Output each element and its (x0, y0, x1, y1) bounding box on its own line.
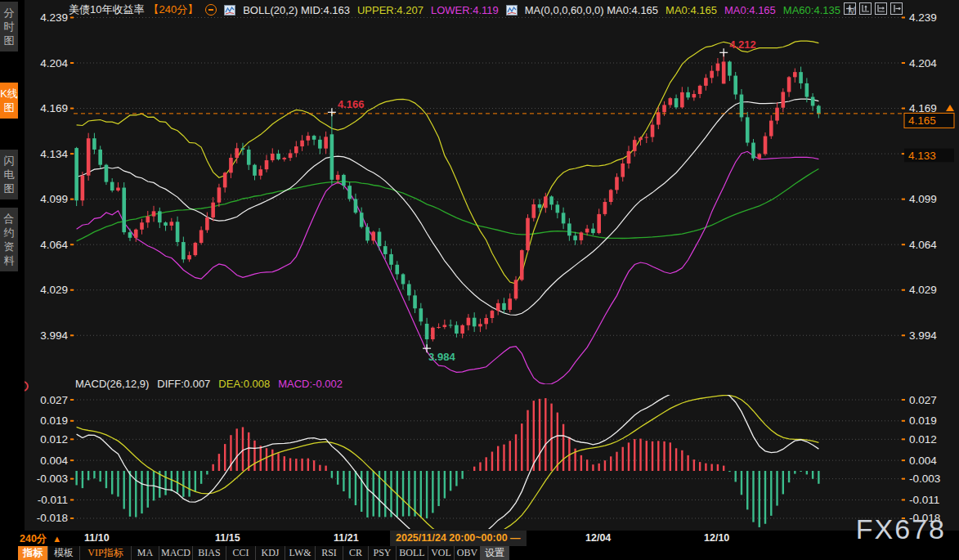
candlestick (164, 222, 168, 226)
bottom-tab-5[interactable]: BIAS (193, 546, 226, 560)
collapse-icon[interactable] (205, 4, 217, 16)
candlestick (98, 150, 102, 165)
candlestick (662, 105, 666, 112)
candlestick (81, 176, 85, 201)
bottom-tab-10[interactable]: CR (343, 546, 369, 560)
candlestick (105, 165, 109, 182)
price-up-arrow-icon (946, 105, 954, 111)
candlestick (627, 151, 631, 164)
chart-toolbar (844, 2, 903, 15)
candlestick (781, 92, 785, 107)
period-selector[interactable]: 240分▲ (20, 532, 61, 546)
candlestick (282, 158, 286, 159)
candlestick (294, 146, 298, 153)
candlestick (633, 140, 637, 151)
candlestick (312, 136, 316, 140)
bottom-tab-15[interactable]: 设置 (481, 546, 509, 560)
candlestick (491, 311, 495, 318)
candlestick (733, 76, 737, 95)
kline-chart[interactable]: 4.2394.2394.2044.2044.1694.1694.1344.134… (25, 0, 959, 531)
candlestick (271, 154, 275, 160)
axis-label: 0.027 (909, 394, 937, 406)
candlestick (152, 211, 156, 216)
bottom-tab-4[interactable]: MACD (159, 546, 193, 560)
candlestick (526, 218, 530, 250)
instrument-title: 美债10年收益率 (69, 2, 144, 17)
candlestick (502, 303, 506, 310)
extreme-price-label: 4.212 (729, 38, 756, 51)
bottom-tab-14[interactable]: OBV (455, 546, 481, 560)
period-label[interactable]: 【240分】 (148, 2, 198, 17)
boll-indicator-icon[interactable] (224, 5, 235, 16)
candlestick (223, 172, 227, 187)
candlestick (122, 188, 126, 233)
axis-label: 0.004 (40, 455, 68, 467)
candlestick (449, 325, 453, 325)
candlestick (187, 255, 191, 259)
sidebar-item-flash[interactable]: 闪电图 (0, 150, 18, 199)
boll-lower-value: LOWER:4.119 (431, 4, 499, 16)
bottom-tab-12[interactable]: BOLL (397, 546, 428, 560)
candlestick (757, 154, 761, 158)
candlestick (520, 250, 524, 280)
candlestick (817, 105, 821, 113)
ma-indicator-icon[interactable] (506, 5, 518, 16)
macd-diff-value: DIFF:0.007 (157, 378, 210, 390)
axis-label: -0.011 (38, 494, 68, 506)
candlestick (639, 137, 643, 140)
candlestick (603, 202, 607, 214)
bottom-tab-0[interactable]: 指标 (18, 546, 48, 560)
candlestick (669, 98, 673, 105)
dea-line (77, 396, 819, 532)
candlestick (140, 222, 144, 230)
bottom-tab-11[interactable]: PSY (369, 546, 397, 560)
candlestick (544, 196, 548, 208)
axis-label: 0.019 (909, 414, 937, 427)
candlestick (716, 64, 720, 71)
candlestick (87, 138, 91, 175)
candlestick (710, 71, 714, 78)
scale-up-icon[interactable] (859, 2, 872, 15)
chart-legend-bar: 美债10年收益率 【240分】 BOLL(20,2) MID:4.163 UPP… (69, 2, 857, 18)
sidebar-item-timeshare[interactable]: 分时图 (0, 2, 18, 52)
candlestick (413, 295, 417, 308)
triangle-up-icon: ▲ (52, 534, 61, 544)
candlestick (181, 242, 186, 259)
candlestick (722, 61, 726, 83)
bottom-tab-9[interactable]: RSI (316, 546, 343, 560)
bottom-tab-7[interactable]: KDJ (256, 546, 285, 560)
candlestick (746, 117, 750, 142)
candlestick (698, 86, 702, 94)
scale-right-icon[interactable] (875, 2, 887, 15)
candlestick (591, 229, 595, 233)
bottom-tab-3[interactable]: MA (132, 546, 159, 560)
extreme-price-label: 4.166 (338, 98, 365, 110)
date-tick: 12/04 (585, 532, 611, 544)
axis-label: 0.012 (909, 433, 937, 446)
candlestick (347, 186, 352, 199)
pan-crosshair-icon[interactable] (844, 2, 856, 15)
candlestick (799, 72, 803, 83)
candlestick (247, 150, 251, 165)
sidebar-item-contract-info[interactable]: 合约资料 (0, 208, 18, 271)
bottom-tab-6[interactable]: CCI (226, 546, 256, 560)
date-tick: 12/10 (704, 532, 729, 544)
bottom-tab-8[interactable]: LW& (285, 546, 316, 560)
macd-macd-value: MACD:-0.002 (278, 378, 343, 390)
candlestick (289, 153, 293, 158)
candlestick (336, 175, 340, 180)
axis-label: 4.064 (909, 239, 937, 251)
candlestick (360, 213, 364, 226)
candlestick (478, 324, 482, 326)
bottom-tab-13[interactable]: VOL (428, 546, 455, 560)
axis-label: 4.204 (40, 57, 68, 69)
bottom-tab-2[interactable]: VIP指标 (80, 546, 132, 560)
sidebar-item-kline[interactable]: K线图 (0, 83, 18, 119)
candlestick (538, 204, 542, 208)
bottom-tab-1[interactable]: 模板 (48, 546, 80, 560)
candlestick (728, 61, 732, 75)
axis-label: 4.029 (40, 284, 68, 296)
axis-label: 4.099 (909, 193, 937, 205)
candlestick (110, 182, 114, 190)
shift-right-icon[interactable] (890, 2, 903, 15)
